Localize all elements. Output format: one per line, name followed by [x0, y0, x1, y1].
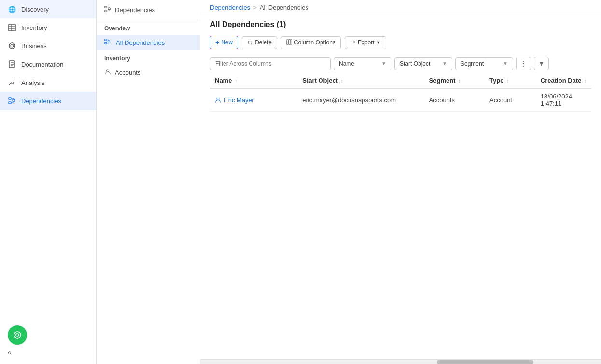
export-icon: [350, 39, 356, 46]
col-header-start-object[interactable]: Start Object ↕: [297, 73, 424, 88]
segment-chevron-icon: ▼: [503, 61, 508, 66]
table-row[interactable]: Eric Mayereric.mayer@docusnapsports.comA…: [210, 88, 591, 112]
export-button[interactable]: Export ▼: [345, 36, 386, 49]
discovery-icon: 🌐: [8, 5, 16, 14]
cell-name: Eric Mayer: [210, 88, 297, 112]
breadcrumb-parent[interactable]: Dependencies: [210, 4, 250, 11]
filter-more-button[interactable]: ⋮: [516, 57, 531, 70]
data-table: Name ↑ Start Object ↕ Segment ↕ Type ↕: [210, 73, 591, 112]
middle-panel-title: Dependencies: [115, 6, 155, 14]
svg-rect-21: [108, 8, 110, 10]
start-object-sort-icon: ↕: [341, 78, 343, 84]
svg-rect-20: [105, 10, 107, 12]
col-header-segment[interactable]: Segment ↕: [424, 73, 485, 88]
documentation-icon: [8, 60, 16, 69]
middle-panel-header: Dependencies: [97, 0, 200, 20]
col-header-name[interactable]: Name ↑: [210, 73, 297, 88]
start-object-filter-dropdown[interactable]: Start Object ▼: [394, 57, 452, 70]
nav-item-inventory[interactable]: Inventory: [0, 18, 96, 37]
type-sort-icon: ↕: [506, 78, 509, 84]
scrollbar-thumb[interactable]: [437, 360, 533, 364]
svg-rect-0: [9, 24, 15, 31]
name-filter-dropdown[interactable]: Name ▼: [334, 57, 391, 70]
svg-rect-11: [9, 102, 11, 104]
middle-item-all-dependencies[interactable]: All Dependencies: [97, 35, 200, 50]
svg-rect-19: [105, 6, 107, 8]
nav-label-analysis: Analysis: [21, 79, 44, 86]
column-options-button[interactable]: Column Options: [281, 36, 341, 49]
cell-creation-date: 18/06/2024 1:47:11: [536, 88, 591, 112]
nav-label-documentation: Documentation: [21, 61, 63, 68]
export-chevron-icon: ▼: [377, 40, 381, 45]
filter-expand-button[interactable]: ▼: [534, 57, 549, 70]
business-icon: [8, 42, 16, 50]
nav-label-inventory: Inventory: [21, 24, 47, 31]
filter-input[interactable]: [210, 57, 331, 70]
row-person-icon: [215, 97, 221, 103]
nav-collapse-button[interactable]: «: [8, 349, 12, 356]
svg-point-39: [217, 98, 219, 100]
inventory-icon: [8, 23, 16, 32]
segment-sort-icon: ↕: [458, 78, 461, 84]
svg-rect-37: [290, 39, 292, 44]
start-object-chevron-icon: ▼: [442, 61, 447, 66]
svg-point-33: [106, 70, 109, 72]
plus-icon: +: [215, 39, 219, 46]
action-bar: + New Delete Column Options Export: [210, 31, 591, 54]
svg-point-17: [14, 332, 21, 338]
nav-item-analysis[interactable]: Analysis: [0, 73, 96, 92]
svg-rect-12: [13, 99, 15, 101]
overview-section-label: Overview: [97, 20, 200, 35]
filter-row: Name ▼ Start Object ▼ Segment ▼ ⋮ ▼: [210, 54, 591, 73]
svg-point-5: [11, 44, 14, 47]
cell-start-object: eric.mayer@docusnapsports.com: [297, 88, 424, 112]
columns-icon: [286, 39, 292, 46]
nav-label-discovery: Discovery: [21, 6, 49, 13]
trash-icon: [247, 39, 253, 46]
svg-point-4: [9, 43, 15, 49]
creation-date-sort-icon: ↕: [584, 78, 587, 84]
fab-button[interactable]: [8, 325, 27, 345]
middle-item-accounts[interactable]: Accounts: [97, 65, 200, 81]
breadcrumb-separator: >: [253, 4, 257, 11]
content-area: All Dependencies (1) + New Delete Column…: [200, 15, 601, 359]
name-filter-chevron-icon: ▼: [381, 61, 386, 66]
content-toolbar: All Dependencies (1): [210, 15, 591, 31]
svg-rect-27: [105, 42, 107, 44]
all-dependencies-icon: [104, 39, 112, 46]
svg-rect-10: [9, 98, 11, 99]
nav-item-discovery[interactable]: 🌐 Discovery: [0, 0, 96, 18]
nav-item-dependencies[interactable]: Dependencies: [0, 92, 96, 110]
middle-panel: Dependencies Overview All Dependencies I…: [97, 0, 200, 364]
cell-segment: Accounts: [424, 88, 485, 112]
delete-button[interactable]: Delete: [242, 36, 277, 49]
inventory-section-label: Inventory: [97, 50, 200, 65]
col-header-type[interactable]: Type ↕: [485, 73, 536, 88]
nav-item-business[interactable]: Business: [0, 37, 96, 55]
col-header-creation-date[interactable]: Creation Date ↕: [536, 73, 591, 88]
dependencies-header-icon: [104, 6, 111, 14]
analysis-icon: [8, 78, 16, 87]
accounts-person-icon: [104, 69, 111, 77]
breadcrumb: Dependencies > All Dependencies: [200, 0, 601, 15]
nav-item-documentation[interactable]: Documentation: [0, 55, 96, 73]
dependencies-icon: [8, 97, 16, 105]
nav-label-dependencies: Dependencies: [21, 98, 61, 105]
cell-type: Account: [485, 88, 536, 112]
nav-label-business: Business: [21, 42, 47, 50]
svg-rect-36: [288, 39, 290, 44]
svg-rect-35: [287, 39, 288, 44]
new-button[interactable]: + New: [210, 36, 238, 49]
name-sort-icon: ↑: [235, 78, 237, 84]
svg-rect-26: [105, 39, 107, 41]
all-dependencies-label: All Dependencies: [116, 39, 165, 46]
main-content: Dependencies > All Dependencies All Depe…: [200, 0, 601, 364]
breadcrumb-current: All Dependencies: [260, 4, 308, 11]
segment-filter-dropdown[interactable]: Segment ▼: [455, 57, 513, 70]
svg-point-18: [16, 334, 19, 336]
svg-rect-28: [108, 41, 110, 42]
accounts-label: Accounts: [115, 69, 140, 76]
left-navigation: 🌐 Discovery Inventory Business Documenta…: [0, 0, 97, 364]
page-title: All Dependencies (1): [210, 20, 286, 29]
horizontal-scrollbar[interactable]: [200, 359, 601, 364]
